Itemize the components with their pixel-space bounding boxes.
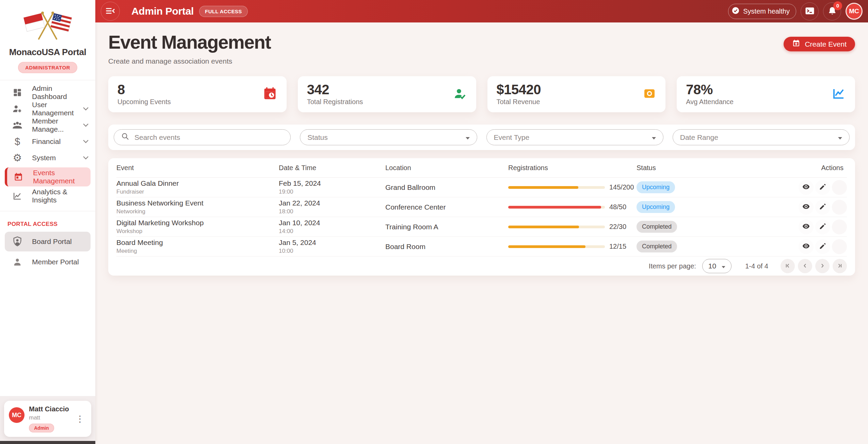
sidebar-header: MonacoUSA Portal ADMINISTRATOR bbox=[0, 0, 95, 73]
status-filter-dropdown[interactable]: Status bbox=[300, 129, 477, 145]
items-per-page-select[interactable]: 10 bbox=[702, 259, 732, 273]
topbar-title: Admin Portal bbox=[131, 5, 194, 17]
location-cell: Training Room A bbox=[385, 223, 508, 231]
system-health-chip: System healthy bbox=[728, 4, 796, 19]
view-button[interactable] bbox=[799, 219, 814, 234]
actions-cell bbox=[793, 200, 847, 215]
more-action-button[interactable] bbox=[832, 239, 847, 254]
sidebar-item-user-management[interactable]: User Management bbox=[0, 101, 95, 117]
terminal-button[interactable] bbox=[801, 2, 819, 20]
items-per-page-label: Items per page: bbox=[649, 262, 696, 270]
status-badge: Completed bbox=[637, 241, 677, 252]
registrations-cell: 48/50 bbox=[508, 203, 637, 211]
page-header: Event Management Create and manage assoc… bbox=[108, 29, 855, 65]
search-input[interactable] bbox=[134, 133, 283, 142]
events-table: Event Date & Time Location Registrations… bbox=[108, 158, 855, 276]
user-name: Matt Ciaccio bbox=[29, 405, 69, 413]
event-type-filter-label: Event Type bbox=[494, 133, 530, 142]
actions-cell bbox=[793, 219, 847, 234]
payments-icon bbox=[643, 87, 656, 102]
topbar-right: System healthy 0 MC bbox=[728, 2, 863, 20]
more-action-button[interactable] bbox=[832, 180, 847, 195]
sidebar-item-label: User Management bbox=[32, 101, 82, 117]
sidebar-divider bbox=[0, 80, 95, 80]
table-row: Board Meeting Meeting Jan 5, 2024 10:00 … bbox=[116, 237, 847, 257]
event-cell: Digital Marketing Workshop Workshop bbox=[116, 219, 279, 235]
stats-row: 8 Upcoming Events 342 Total Registration… bbox=[108, 76, 855, 112]
column-header-status: Status bbox=[637, 164, 793, 172]
dashboard-icon bbox=[12, 88, 23, 97]
eye-icon bbox=[802, 202, 810, 212]
create-event-button[interactable]: Create Event bbox=[784, 37, 855, 51]
sidebar-item-member-portal[interactable]: Member Portal bbox=[0, 253, 95, 270]
more-action-button[interactable] bbox=[832, 200, 847, 215]
event-type-filter-dropdown[interactable]: Event Type bbox=[486, 129, 663, 145]
registrations-progress-fill bbox=[508, 186, 578, 189]
event-category: Networking bbox=[116, 208, 279, 215]
event-cell: Annual Gala Dinner Fundraiser bbox=[116, 179, 279, 195]
stat-label: Avg Attendance bbox=[686, 98, 734, 106]
status-cell: Completed bbox=[637, 241, 793, 252]
sidebar-item-system[interactable]: ⚙ System bbox=[0, 150, 95, 166]
sidebar-item-analytics-insights[interactable]: Analytics & Insights bbox=[0, 188, 95, 204]
stat-label: Total Registrations bbox=[307, 98, 363, 106]
sidebar-item-member-management[interactable]: Member Manage... bbox=[0, 117, 95, 133]
filters-bar: Status Event Type Date Range bbox=[108, 125, 855, 150]
chevron-left-icon bbox=[802, 262, 808, 270]
stat-card-avg-attendance: 78% Avg Attendance bbox=[677, 76, 855, 112]
view-button[interactable] bbox=[799, 239, 814, 254]
event-date: Jan 5, 2024 bbox=[279, 239, 385, 247]
sidebar-item-label: Member Manage... bbox=[32, 117, 82, 133]
event-time: 18:00 bbox=[279, 208, 385, 215]
sidebar: MonacoUSA Portal ADMINISTRATOR Admin Das… bbox=[0, 0, 95, 444]
group-icon bbox=[12, 120, 23, 130]
edit-button[interactable] bbox=[815, 180, 830, 195]
next-page-button[interactable] bbox=[815, 259, 830, 273]
notification-count-badge: 0 bbox=[833, 1, 842, 10]
sidebar-item-events-management[interactable]: Events Management bbox=[5, 167, 91, 186]
actions-cell bbox=[793, 180, 847, 195]
event-category: Workshop bbox=[116, 228, 279, 235]
view-button[interactable] bbox=[799, 180, 814, 195]
calendar-icon bbox=[13, 172, 24, 182]
date-range-filter-dropdown[interactable]: Date Range bbox=[673, 129, 850, 145]
registrations-progress-track bbox=[508, 206, 605, 209]
first-page-button[interactable] bbox=[781, 259, 795, 273]
pagination-range-label: 1-4 of 4 bbox=[745, 262, 768, 270]
event-date: Jan 22, 2024 bbox=[279, 199, 385, 207]
event-name: Business Networking Event bbox=[116, 199, 279, 207]
previous-page-button[interactable] bbox=[798, 259, 812, 273]
eye-icon bbox=[802, 242, 810, 251]
user-card[interactable]: MC Matt Ciaccio matt Admin ⋮ bbox=[4, 401, 91, 437]
sidebar-item-financial[interactable]: $ Financial bbox=[0, 133, 95, 150]
menu-toggle-button[interactable] bbox=[101, 2, 120, 21]
column-header-location: Location bbox=[385, 164, 508, 172]
search-events-field[interactable] bbox=[114, 129, 291, 145]
sidebar-item-label: Board Portal bbox=[32, 237, 72, 246]
sidebar-item-board-portal[interactable]: Board Portal bbox=[5, 232, 91, 251]
topbar-avatar[interactable]: MC bbox=[846, 3, 863, 20]
pencil-icon bbox=[819, 223, 826, 231]
event-cell: Business Networking Event Networking bbox=[116, 199, 279, 215]
stat-text: 8 Upcoming Events bbox=[117, 81, 171, 107]
status-cell: Completed bbox=[637, 221, 793, 233]
check-circle-icon bbox=[732, 6, 740, 16]
gear-icon: ⚙ bbox=[12, 153, 23, 163]
notifications-button[interactable]: 0 bbox=[823, 2, 841, 20]
column-header-actions: Actions bbox=[793, 164, 847, 172]
line-chart-icon bbox=[832, 86, 846, 102]
more-action-button[interactable] bbox=[832, 219, 847, 234]
stat-value: 78% bbox=[686, 82, 734, 97]
view-button[interactable] bbox=[799, 200, 814, 215]
chevron-down-icon bbox=[82, 156, 89, 160]
user-menu-kebab-icon[interactable]: ⋮ bbox=[74, 413, 86, 425]
edit-button[interactable] bbox=[815, 239, 830, 254]
main-area: Admin Portal FULL ACCESS System healthy bbox=[95, 0, 868, 444]
edit-button[interactable] bbox=[815, 219, 830, 234]
last-page-button[interactable] bbox=[833, 259, 847, 273]
portal-title: MonacoUSA Portal bbox=[0, 47, 95, 57]
last-page-icon bbox=[836, 262, 843, 270]
registrations-progress-fill bbox=[508, 226, 579, 228]
sidebar-item-admin-dashboard[interactable]: Admin Dashboard bbox=[0, 84, 95, 101]
edit-button[interactable] bbox=[815, 200, 830, 215]
